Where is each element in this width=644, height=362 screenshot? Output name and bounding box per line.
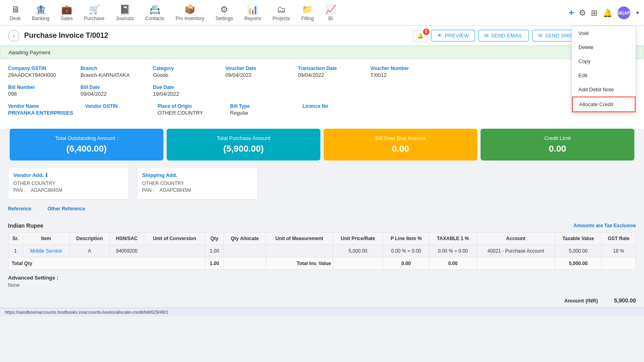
col-unit-conversion: Unit of Conversion [144, 232, 205, 245]
voucher-date-field: Voucher Date 09/04/2022 [225, 66, 286, 78]
user-avatar[interactable]: AB(AP) [617, 6, 630, 19]
nav-item-sales[interactable]: 💼 Sales [55, 0, 78, 26]
company-gstin-field: Company GSTIN 29AADCK7940H000 [8, 66, 68, 78]
notification-button[interactable]: 🔔 0 [413, 30, 428, 41]
settings-icon: ⚙ [220, 4, 228, 15]
cell-unit-conversion [144, 245, 205, 257]
nav-label-settings: Settings [216, 16, 233, 21]
nav-label-contacts: Contacts [145, 16, 164, 21]
col-account: Account [477, 232, 555, 245]
due-date-label: Due Date [153, 84, 213, 90]
due-date-field: Due Date 19/04/2022 [153, 84, 213, 97]
bill-date-field: Bill Date 09/04/2022 [80, 84, 141, 97]
amount-footer: Amount (INR) 5,900.00 [0, 293, 644, 308]
invoice-form: Company GSTIN 29AADCK7940H000 Branch Bra… [0, 59, 644, 129]
total-outstanding-label: Total Outstanding Amount : [55, 135, 118, 141]
bell-icon[interactable]: 🔔 [603, 8, 613, 18]
branch-field: Branch Branch-KARNATAKA [80, 66, 141, 78]
bill-overdue-label: Bill Over Due Amount [376, 135, 425, 141]
nav-item-pro-inventory[interactable]: 📦 Pro Inventory [170, 0, 210, 26]
cell-description: A [70, 245, 110, 257]
total-qty-label: Total Qty [8, 257, 205, 270]
nav-item-journals[interactable]: 📓 Journals [110, 0, 139, 26]
form-row-3: Vendor Name PRIYANKA ENTERPRISES Vendor … [8, 103, 636, 116]
dropdown-item-delete[interactable]: Delete [572, 40, 636, 54]
col-sr: Sr. [8, 232, 23, 245]
total-inv-label: Total Inv. Value [266, 257, 333, 270]
send-email-button[interactable]: ✉ SEND EMAIL [478, 30, 529, 41]
vendor-name-field: Vendor Name PRIYANKA ENTERPRISES [8, 103, 73, 116]
reference-field: Reference [8, 206, 31, 212]
cell-item[interactable]: Mobile Service [23, 245, 69, 257]
desk-icon: 🖥 [11, 4, 20, 15]
banking-icon: 🏦 [35, 4, 46, 15]
nav-item-filling[interactable]: 📁 Filling [295, 0, 319, 26]
nav-item-banking[interactable]: 🏦 Banking [26, 0, 55, 26]
table-row: 1 Mobile Service A 94059200 1.00 5,000.0… [8, 245, 636, 257]
other-reference-field: Other Reference [47, 206, 85, 212]
nav-right-actions: + ⚙ ⊞ 🔔 AB(AP) ▼ [569, 6, 640, 19]
cell-sr: 1 [8, 245, 23, 257]
nav-item-purchase[interactable]: 🛒 Purchase [78, 0, 110, 26]
preview-icon: 👁 [437, 33, 442, 39]
page-header: ‹ Purchase Invoice T/0012 🔔 0 👁 PREVIEW … [0, 26, 644, 46]
licence-no-field: Licence No [303, 103, 363, 116]
nav-item-reports[interactable]: 📊 Reports [239, 0, 267, 26]
nav-item-settings[interactable]: ⚙ Settings [210, 0, 239, 26]
col-unit-price: Unit Price/Rate [333, 232, 383, 245]
advanced-settings-value: None [8, 282, 636, 288]
credit-limit-label: Credit Limit [544, 135, 571, 141]
send-email-label: SEND EMAIL [491, 33, 523, 39]
nav-label-journals: Journals [116, 16, 134, 21]
nav-item-contacts[interactable]: 📇 Contacts [140, 0, 170, 26]
dropdown-item-add-debit-note[interactable]: Add Debit Note [572, 82, 636, 97]
vendor-country: OTHER COUNTRY [13, 181, 124, 186]
nav-item-bi[interactable]: 📈 BI [320, 0, 342, 26]
status-label: Awaiting Payment [8, 49, 50, 56]
vendor-pan-label: PAN : [13, 187, 25, 193]
reports-icon: 📊 [247, 4, 258, 15]
notification-icon: 🔔 [417, 33, 423, 39]
advanced-settings-title: Advanced Settings : [8, 275, 636, 281]
vendor-pan: PAN : AGAPC8845M [13, 187, 124, 193]
table-section: Indian Rupee Amounts are Tax Exclusive S… [8, 222, 636, 270]
add-button[interactable]: + [569, 8, 574, 18]
bill-overdue-card: Bill Over Due Amount 0.00 [324, 129, 477, 160]
bill-options-dropdown: Void Delete Copy Edit Add Debit Note All… [572, 26, 636, 113]
dropdown-item-copy[interactable]: Copy [572, 54, 636, 68]
cell-gst-rate: 18 % [602, 245, 636, 257]
pro-inventory-icon: 📦 [184, 4, 195, 15]
nav-label-pro-inventory: Pro Inventory [175, 16, 204, 21]
vendor-address-title[interactable]: Vendor Add. ℹ [13, 172, 124, 178]
shipping-pan: PAN : AGAPC8845M [142, 187, 252, 193]
contacts-icon: 📇 [149, 4, 160, 15]
col-taxable-value: Taxable Value [555, 232, 602, 245]
cell-unit-price: 5,000.00 [333, 245, 383, 257]
place-of-origin-value: OTHER COUNTRY [158, 110, 218, 116]
dropdown-item-allocate-credit[interactable]: Allocate Credit [572, 97, 636, 112]
nav-label-reports: Reports [244, 16, 261, 21]
voucher-number-label: Voucher Number [370, 66, 431, 71]
sms-icon: ✉ [538, 33, 543, 39]
gear-icon[interactable]: ⚙ [579, 8, 586, 18]
advanced-settings-section: Advanced Settings : None [0, 270, 644, 293]
dropdown-item-edit[interactable]: Edit [572, 68, 636, 82]
nav-label-purchase: Purchase [84, 16, 105, 21]
shipping-address-title[interactable]: Shipping Add. [142, 172, 252, 178]
preview-button[interactable]: 👁 PREVIEW [431, 30, 475, 41]
nav-item-projects[interactable]: 🗂 Projects [267, 0, 295, 26]
col-hsn: HSN/SAC [110, 232, 144, 245]
summary-cards: Total Outstanding Amount : (6,400.00) To… [8, 129, 636, 160]
journals-icon: 📓 [120, 4, 130, 15]
dropdown-item-void[interactable]: Void [572, 26, 636, 40]
company-gstin-label: Company GSTIN [8, 66, 68, 71]
credit-limit-card: Credit Limit 0.00 [481, 129, 634, 160]
dropdown-arrow-icon[interactable]: ▼ [635, 10, 640, 16]
shipping-pan-label: PAN : [142, 187, 154, 193]
nav-item-desk[interactable]: 🖥 Desk [4, 0, 26, 26]
back-button[interactable]: ‹ [8, 30, 19, 41]
cell-hsn: 94059200 [110, 245, 144, 257]
amount-label: Amount (INR) [564, 298, 598, 304]
grid-icon[interactable]: ⊞ [591, 8, 598, 18]
nav-label-projects: Projects [272, 16, 290, 21]
